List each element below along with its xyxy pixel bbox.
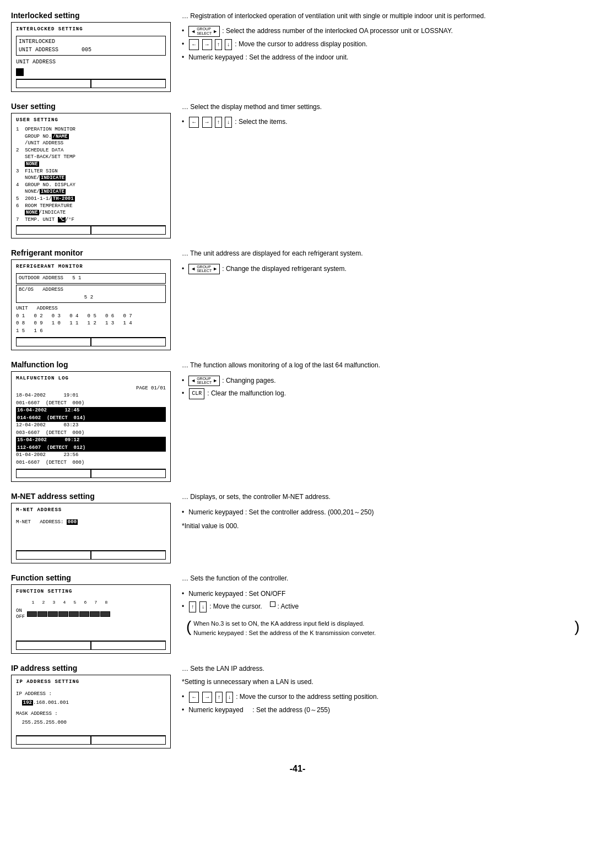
malfunc-group-select[interactable]: ◄ GROUPSELECT ► — [188, 376, 220, 386]
ip-spacer — [16, 728, 166, 733]
refrig-footer-right — [91, 338, 166, 346]
log-10: 001-6607 (DETECT 000) — [16, 459, 166, 467]
malfunc-bullet-2: CLR : Clear the malfunction log. — [182, 388, 584, 399]
log-2: 001-6607 (DETECT 000) — [16, 400, 166, 408]
malfunc-footer-right — [91, 469, 166, 478]
ip-bullet-1: ← → ↑ ↓ : Move the cursor to the address… — [182, 692, 584, 703]
toggle-4 — [58, 611, 68, 617]
log-1: 18-04-2002 19:01 — [16, 392, 166, 400]
toggle-1 — [27, 611, 37, 617]
mnet-footer-right — [91, 551, 166, 560]
fn5: 5 — [70, 599, 80, 606]
bcos-addr-val: 5 2 — [84, 295, 93, 300]
footer-btn-left — [16, 79, 91, 88]
active-indicator — [270, 601, 275, 607]
user-down-arrow[interactable]: ↓ — [225, 117, 232, 128]
mnet-note: *Initial value is 000. — [182, 521, 584, 531]
mask-value: 255.255.255.000 — [22, 720, 67, 725]
bullet-text-2: : Move the cursor to address display pos… — [235, 39, 367, 50]
ip-label-row: IP ADDRESS : — [16, 690, 166, 698]
user-bullets: ← → ↑ ↓ : Select the items. — [182, 117, 584, 128]
ip-section: IP address setting IP ADDRESS SETTING IP… — [11, 664, 584, 748]
malfunction-title: Malfunction log — [11, 360, 171, 369]
fn1: 1 — [28, 599, 38, 606]
interlocked-right: … Registration of interlocked operation … — [182, 11, 584, 65]
func-footer-left — [16, 641, 91, 650]
log-8: 112-6607 (DETECT 012) — [16, 444, 166, 452]
left-arrow[interactable]: ← — [189, 39, 199, 50]
malfunction-page: PAGE 01/01 18-04-2002 19:01 001-6607 (DE… — [16, 385, 166, 467]
mnet-spacer — [16, 526, 166, 548]
function-footer — [16, 641, 166, 650]
func-bullet-2: ↑ ↓ : Move the cursor. : Active — [182, 601, 584, 612]
fn7: 7 — [91, 599, 101, 606]
user-line-8: NONE/INDICATE — [25, 175, 166, 182]
interlocked-screen-title: INTERLOCKED SETTING — [16, 26, 166, 34]
user-title: User setting — [11, 102, 171, 111]
log-entries: 18-04-2002 19:01 001-6607 (DETECT 000) 1… — [16, 392, 166, 466]
clr-button[interactable]: CLR — [189, 388, 204, 399]
black-square-display — [16, 68, 166, 77]
toggle-3 — [48, 611, 58, 617]
down-arrow[interactable]: ↓ — [225, 39, 232, 50]
fn4: 4 — [60, 599, 69, 606]
function-section: Function setting FUNCTION SETTING 1 2 3 … — [11, 573, 584, 654]
page-indicator: PAGE 01/01 — [16, 385, 166, 393]
user-line-5: SET-BACK/SET TEMP — [25, 154, 166, 161]
page-number: -41- — [11, 764, 584, 774]
paren-close: ) — [575, 619, 580, 634]
toggle-boxes — [27, 611, 110, 617]
malfunc-text-2: : Clear the malfunction log. — [207, 388, 286, 399]
func-bullet-1: Numeric keypayed : Set ON/OFF — [182, 589, 584, 599]
unit-addr-section: UNIT ADDRESS 0 1 0 2 0 3 0 4 0 5 0 6 0 7… — [16, 305, 166, 335]
function-content: 1 2 3 4 5 6 7 8 ONOFF — [16, 599, 166, 620]
func-down-arrow[interactable]: ↓ — [199, 601, 207, 612]
ip-down-arrow[interactable]: ↓ — [226, 692, 233, 703]
user-line-4: 2 SCHEDULE DATA — [16, 147, 166, 154]
address-block — [16, 68, 24, 76]
refrig-group-select[interactable]: ◄ GROUPSELECT ► — [188, 264, 220, 274]
user-right-arrow[interactable]: → — [202, 117, 212, 128]
right-arrow[interactable]: → — [202, 39, 212, 50]
function-title: Function setting — [11, 573, 171, 582]
footer-btn-right — [91, 79, 166, 88]
fn3: 3 — [49, 599, 59, 606]
malfunction-left: Malfunction log MALFUNCTION LOG PAGE 01/… — [11, 360, 171, 482]
ip-footer — [16, 735, 166, 745]
fn2: 2 — [39, 599, 48, 606]
user-desc: … Select the display method and timer se… — [182, 102, 584, 112]
group-select-button[interactable]: ◄ GROUPSELECT ► — [188, 26, 220, 36]
mnet-title: M-NET address setting — [11, 492, 171, 501]
on-off-display: ONOFF — [16, 608, 166, 620]
ip-bullets: ← → ↑ ↓ : Move the cursor to the address… — [182, 692, 584, 715]
refrigerant-right: … The unit address are displayed for eac… — [182, 248, 584, 276]
function-left: Function setting FUNCTION SETTING 1 2 3 … — [11, 573, 171, 654]
user-line-3: /UNIT ADDRESS — [25, 140, 166, 147]
page-content: Interlocked setting INTERLOCKED SETTING … — [11, 11, 584, 774]
func-up-arrow[interactable]: ↑ — [189, 601, 196, 612]
refrigerant-footer — [16, 337, 166, 346]
user-up-arrow[interactable]: ↑ — [215, 117, 222, 128]
log-9: 01-04-2002 23:56 — [16, 452, 166, 459]
mnet-footer — [16, 550, 166, 560]
interlocked-bullets: ◄ GROUPSELECT ► : Select the address num… — [182, 26, 584, 63]
fn8: 8 — [101, 599, 111, 606]
ip-up-arrow[interactable]: ↑ — [215, 692, 223, 703]
mnet-right: … Displays, or sets, the controller M-NE… — [182, 492, 584, 531]
user-line-2: GROUP NO./NAME — [25, 133, 166, 140]
up-arrow[interactable]: ↑ — [215, 39, 222, 50]
ip-right-arrow[interactable]: → — [202, 692, 212, 703]
user-bullet-arrows: ← → ↑ ↓ : Select the items. — [182, 117, 584, 128]
mask-value-row: 255.255.255.000 — [16, 718, 166, 727]
log-5: 12-04-2002 03:23 — [16, 422, 166, 430]
user-arrow-icons: ← → ↑ ↓ — [188, 117, 232, 128]
refrig-bullet-text: : Change the displayed refrigerant syste… — [222, 264, 346, 274]
user-line-14: 7 TEMP. UNIT ℃/°F — [16, 216, 166, 224]
user-left-arrow[interactable]: ← — [189, 117, 199, 128]
group-name-highlight: /NAME — [52, 134, 69, 139]
bullet-text-1: : Select the address number of the inter… — [222, 26, 452, 36]
mask-label: MASK ADDRESS : — [16, 711, 58, 717]
user-line-10: NONE/INDICATE — [25, 188, 166, 196]
interlocked-desc: … Registration of interlocked operation … — [182, 11, 584, 21]
ip-left-arrow[interactable]: ← — [189, 692, 199, 703]
